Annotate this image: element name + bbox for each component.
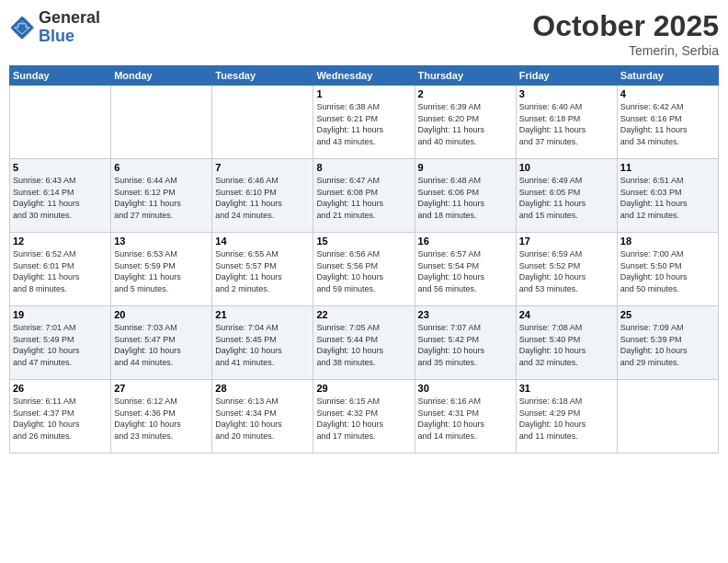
day-info: Sunrise: 6:13 AM Sunset: 4:34 PM Dayligh… [215,396,310,442]
day-number: 29 [316,383,411,394]
table-row: 20Sunrise: 7:03 AM Sunset: 5:47 PM Dayli… [111,306,212,380]
table-row: 24Sunrise: 7:08 AM Sunset: 5:40 PM Dayli… [516,306,617,380]
table-row: 9Sunrise: 6:48 AM Sunset: 6:06 PM Daylig… [415,159,516,233]
day-number: 4 [620,88,715,99]
header-tuesday: Tuesday [212,66,313,86]
day-info: Sunrise: 6:42 AM Sunset: 6:16 PM Dayligh… [620,101,715,147]
day-number: 28 [215,383,310,394]
day-info: Sunrise: 6:15 AM Sunset: 4:32 PM Dayligh… [316,396,411,442]
day-number: 26 [13,383,108,394]
table-row: 4Sunrise: 6:42 AM Sunset: 6:16 PM Daylig… [617,86,718,159]
day-number: 17 [519,236,614,247]
day-info: Sunrise: 6:39 AM Sunset: 6:20 PM Dayligh… [418,101,513,147]
day-info: Sunrise: 7:00 AM Sunset: 5:50 PM Dayligh… [620,248,715,294]
day-number: 10 [519,162,614,173]
day-info: Sunrise: 6:16 AM Sunset: 4:31 PM Dayligh… [418,396,513,442]
table-row [111,86,212,159]
table-row: 12Sunrise: 6:52 AM Sunset: 6:01 PM Dayli… [10,233,111,306]
table-row: 13Sunrise: 6:53 AM Sunset: 5:59 PM Dayli… [111,233,212,306]
day-number: 16 [418,236,513,247]
day-info: Sunrise: 6:55 AM Sunset: 5:57 PM Dayligh… [215,248,310,294]
logo-blue-text: Blue [39,28,100,46]
day-number: 7 [215,162,310,173]
table-row [212,86,313,159]
calendar-week-row: 19Sunrise: 7:01 AM Sunset: 5:49 PM Dayli… [10,306,719,380]
title-block: October 2025 Temerin, Serbia [532,9,719,58]
calendar-week-row: 12Sunrise: 6:52 AM Sunset: 6:01 PM Dayli… [10,233,719,306]
table-row: 17Sunrise: 6:59 AM Sunset: 5:52 PM Dayli… [516,233,617,306]
calendar-week-row: 5Sunrise: 6:43 AM Sunset: 6:14 PM Daylig… [10,159,719,233]
table-row: 29Sunrise: 6:15 AM Sunset: 4:32 PM Dayli… [313,380,415,454]
table-row: 1Sunrise: 6:38 AM Sunset: 6:21 PM Daylig… [313,86,415,159]
table-row: 16Sunrise: 6:57 AM Sunset: 5:54 PM Dayli… [415,233,516,306]
day-info: Sunrise: 7:09 AM Sunset: 5:39 PM Dayligh… [620,322,715,368]
day-number: 6 [114,162,209,173]
day-info: Sunrise: 6:11 AM Sunset: 4:37 PM Dayligh… [13,396,108,442]
day-number: 5 [13,162,108,173]
table-row: 21Sunrise: 7:04 AM Sunset: 5:45 PM Dayli… [212,306,313,380]
day-number: 12 [13,236,108,247]
day-info: Sunrise: 7:04 AM Sunset: 5:45 PM Dayligh… [215,322,310,368]
table-row: 14Sunrise: 6:55 AM Sunset: 5:57 PM Dayli… [212,233,313,306]
calendar-table: Sunday Monday Tuesday Wednesday Thursday… [9,65,719,454]
day-number: 9 [418,162,513,173]
day-info: Sunrise: 6:48 AM Sunset: 6:06 PM Dayligh… [418,175,513,221]
day-number: 15 [316,236,411,247]
logo-general-text: General [39,9,100,28]
day-number: 18 [620,236,715,247]
day-number: 27 [114,383,209,394]
day-info: Sunrise: 6:51 AM Sunset: 6:03 PM Dayligh… [620,175,715,221]
table-row: 26Sunrise: 6:11 AM Sunset: 4:37 PM Dayli… [10,380,111,454]
day-number: 2 [418,88,513,99]
day-info: Sunrise: 6:44 AM Sunset: 6:12 PM Dayligh… [114,175,209,221]
day-info: Sunrise: 6:43 AM Sunset: 6:14 PM Dayligh… [13,175,108,221]
header-friday: Friday [516,66,617,86]
day-info: Sunrise: 6:46 AM Sunset: 6:10 PM Dayligh… [215,175,310,221]
day-number: 13 [114,236,209,247]
table-row: 28Sunrise: 6:13 AM Sunset: 4:34 PM Dayli… [212,380,313,454]
day-number: 25 [620,309,715,320]
day-number: 19 [13,309,108,320]
day-info: Sunrise: 6:52 AM Sunset: 6:01 PM Dayligh… [13,248,108,294]
day-info: Sunrise: 6:59 AM Sunset: 5:52 PM Dayligh… [519,248,614,294]
calendar-week-row: 26Sunrise: 6:11 AM Sunset: 4:37 PM Dayli… [10,380,719,454]
table-row: 15Sunrise: 6:56 AM Sunset: 5:56 PM Dayli… [313,233,415,306]
table-row: 19Sunrise: 7:01 AM Sunset: 5:49 PM Dayli… [10,306,111,380]
day-info: Sunrise: 7:07 AM Sunset: 5:42 PM Dayligh… [418,322,513,368]
calendar-header-row: Sunday Monday Tuesday Wednesday Thursday… [10,66,719,86]
table-row [617,380,718,454]
table-row: 25Sunrise: 7:09 AM Sunset: 5:39 PM Dayli… [617,306,718,380]
day-info: Sunrise: 6:12 AM Sunset: 4:36 PM Dayligh… [114,396,209,442]
header-sunday: Sunday [10,66,111,86]
table-row [10,86,111,159]
table-row: 7Sunrise: 6:46 AM Sunset: 6:10 PM Daylig… [212,159,313,233]
day-number: 30 [418,383,513,394]
day-number: 8 [316,162,411,173]
month-title: October 2025 [532,9,719,43]
day-info: Sunrise: 7:08 AM Sunset: 5:40 PM Dayligh… [519,322,614,368]
calendar-week-row: 1Sunrise: 6:38 AM Sunset: 6:21 PM Daylig… [10,86,719,159]
day-info: Sunrise: 6:56 AM Sunset: 5:56 PM Dayligh… [316,248,411,294]
table-row: 10Sunrise: 6:49 AM Sunset: 6:05 PM Dayli… [516,159,617,233]
day-info: Sunrise: 7:03 AM Sunset: 5:47 PM Dayligh… [114,322,209,368]
header: General Blue October 2025 Temerin, Serbi… [9,9,719,58]
table-row: 31Sunrise: 6:18 AM Sunset: 4:29 PM Dayli… [516,380,617,454]
page: General Blue October 2025 Temerin, Serbi… [0,0,728,563]
table-row: 18Sunrise: 7:00 AM Sunset: 5:50 PM Dayli… [617,233,718,306]
day-number: 31 [519,383,614,394]
table-row: 8Sunrise: 6:47 AM Sunset: 6:08 PM Daylig… [313,159,415,233]
logo-text: General Blue [39,9,100,46]
table-row: 6Sunrise: 6:44 AM Sunset: 6:12 PM Daylig… [111,159,212,233]
day-info: Sunrise: 6:57 AM Sunset: 5:54 PM Dayligh… [418,248,513,294]
logo-icon [9,15,35,40]
table-row: 22Sunrise: 7:05 AM Sunset: 5:44 PM Dayli… [313,306,415,380]
location: Temerin, Serbia [532,43,719,58]
table-row: 27Sunrise: 6:12 AM Sunset: 4:36 PM Dayli… [111,380,212,454]
header-saturday: Saturday [617,66,718,86]
day-info: Sunrise: 6:47 AM Sunset: 6:08 PM Dayligh… [316,175,411,221]
table-row: 3Sunrise: 6:40 AM Sunset: 6:18 PM Daylig… [516,86,617,159]
day-number: 22 [316,309,411,320]
day-number: 14 [215,236,310,247]
day-info: Sunrise: 7:01 AM Sunset: 5:49 PM Dayligh… [13,322,108,368]
day-info: Sunrise: 6:53 AM Sunset: 5:59 PM Dayligh… [114,248,209,294]
